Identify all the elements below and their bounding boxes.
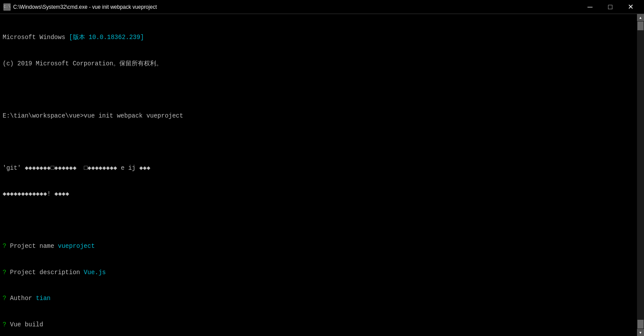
output-line-6a: 'git' ◆◆◆◆◆◆◆□◆◆◆◆◆◆ □◆◆◆◆◆◆◆◆ e ij ◆◆◆ [3,164,641,172]
scroll-up-arrow[interactable]: ▲ [637,14,644,21]
console-area: Microsoft Windows [版本 10.0.18362.239] (c… [0,14,644,336]
cmd-window: C:\ C:\Windows\System32\cmd.exe - vue in… [0,0,644,336]
scrollbar[interactable]: ▲ ▼ [637,14,644,336]
minimize-button[interactable]: ─ [580,0,600,14]
output-line-4: E:\tian\workspace\vue>vue init webpack v… [3,111,641,120]
window-title: C:\Windows\System32\cmd.exe - vue init w… [13,4,580,10]
scrollbar-thumb-top [637,21,644,30]
scroll-down-arrow[interactable]: ▼ [637,329,644,336]
scrollbar-thumb-bottom [637,320,644,329]
title-bar: C:\ C:\Windows\System32\cmd.exe - vue in… [0,0,644,14]
output-line-2: (c) 2019 Microsoft Corporation。保留所有权利。 [3,59,641,68]
console-output: Microsoft Windows [版本 10.0.18362.239] (c… [3,16,641,336]
output-line-6b: ◆◆◆◆◆◆◆◆◆◆◆◆! ◆◆◆◆ [3,189,641,198]
output-line-9: ? Project description Vue.js [3,268,641,277]
window-icon: C:\ [4,4,11,11]
maximize-button[interactable]: □ [600,0,620,14]
scrollbar-track[interactable] [637,21,644,329]
output-line-3 [3,85,641,94]
output-line-1: Microsoft Windows [版本 10.0.18362.239] [3,33,641,42]
output-line-8: ? Project name vueproject [3,242,641,250]
output-line-5 [3,137,641,146]
window-controls: ─ □ ✕ [580,0,640,14]
output-line-10: ? Author tian [3,294,641,303]
close-button[interactable]: ✕ [620,0,640,14]
output-line-7 [3,216,641,225]
output-line-11: ? Vue build [3,320,641,329]
